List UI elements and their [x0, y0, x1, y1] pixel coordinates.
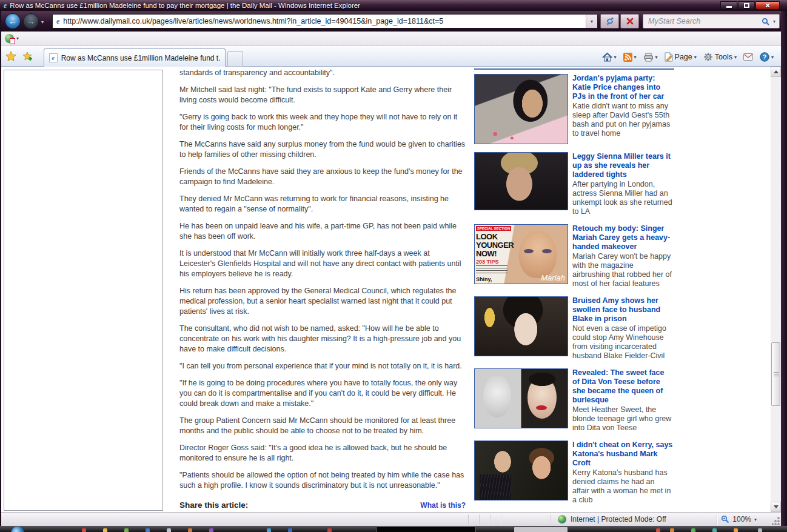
story-thumbnail-mariah-carey[interactable]: SPECIAL SECTION LOOK YOUNGER NOW! 203 TI… — [474, 224, 568, 284]
taskbar-icon[interactable] — [146, 528, 150, 532]
internet-zone-icon — [558, 515, 566, 524]
taskbar-icon[interactable] — [103, 528, 107, 532]
story-blurb: After partying in London, actress Sienna… — [572, 180, 673, 216]
url-input[interactable] — [63, 17, 586, 25]
feeds-dropdown-icon[interactable]: ▾ — [634, 55, 637, 60]
story-headline[interactable]: I didn't cheat on Kerry, says Katona's h… — [572, 441, 673, 468]
svg-text:?: ? — [763, 53, 767, 61]
what-is-this-link[interactable]: What is this? — [420, 501, 466, 510]
tray-icon[interactable] — [670, 528, 674, 532]
scroll-up-button[interactable] — [771, 67, 781, 77]
help-button[interactable]: ? ▾ — [757, 51, 776, 63]
address-dropdown-icon[interactable]: ▾ — [586, 15, 597, 28]
taskbar-icon[interactable] — [167, 528, 171, 532]
sidebar-story: Leggy Sienna Miller tears it up as she r… — [474, 152, 674, 216]
back-button[interactable]: ← — [5, 13, 21, 29]
sidebar-story: I didn't cheat on Kerry, says Katona's h… — [474, 441, 674, 505]
tools-menu-button[interactable]: Tools ▾ — [701, 51, 739, 63]
address-bar[interactable]: e ▾ — [52, 14, 598, 28]
status-separator — [468, 514, 469, 525]
article-paragraph: Mr Mitchell said last night: "The fund e… — [179, 85, 466, 105]
home-dropdown-icon[interactable]: ▾ — [614, 55, 617, 60]
window-frame-right — [781, 11, 787, 526]
home-button[interactable]: ▾ — [600, 52, 619, 63]
search-icon[interactable] — [759, 18, 772, 25]
story-headline[interactable]: Leggy Sienna Miller tears it up as she r… — [572, 152, 673, 179]
story-headline[interactable]: Jordan's pyjama party: Katie Price chang… — [572, 74, 673, 101]
print-dropdown-icon[interactable]: ▾ — [655, 55, 658, 60]
scrollbar-thumb[interactable] — [771, 342, 780, 406]
favorites-button[interactable] — [4, 50, 18, 63]
status-separator — [550, 514, 551, 525]
add-favorite-button[interactable] — [21, 50, 35, 63]
taskbar-icon[interactable] — [209, 528, 213, 532]
story-headline[interactable]: Revealed: The sweet face of Dita Von Tee… — [572, 368, 673, 405]
scroll-down-button[interactable] — [771, 502, 781, 512]
story-thumbnail-katie-price[interactable] — [474, 74, 568, 144]
zoom-level: 100% — [732, 515, 751, 524]
tray-icon[interactable] — [758, 528, 762, 532]
search-dropdown-icon[interactable]: ▾ — [772, 19, 779, 24]
tray-icon[interactable] — [734, 528, 738, 532]
taskbar-icon[interactable] — [327, 528, 332, 532]
article-paragraph: The group Patient Concern said Mr McCann… — [179, 416, 466, 436]
taskbar-icon[interactable] — [82, 528, 86, 532]
article-paragraph: "Patients should be allowed the option o… — [179, 470, 466, 491]
magazine-title-line: YOUNGER — [476, 241, 514, 249]
tray-icon[interactable] — [656, 528, 660, 532]
resize-grip[interactable] — [772, 517, 780, 525]
zoom-dropdown-icon[interactable]: ▾ — [754, 517, 757, 522]
minimize-button[interactable] — [720, 1, 737, 10]
addon-globe-icon[interactable] — [5, 34, 14, 43]
taskbar-window-button[interactable] — [376, 527, 476, 532]
history-dropdown-icon[interactable]: ▾ — [41, 19, 44, 25]
sidebar-story: SPECIAL SECTION LOOK YOUNGER NOW! 203 TI… — [474, 224, 674, 288]
sidebar-story: Jordan's pyjama party: Katie Price chang… — [474, 74, 674, 144]
empty-ad-frame — [4, 70, 163, 511]
story-headline[interactable]: Bruised Amy shows her swollen face to hu… — [572, 296, 673, 324]
taskbar-icon[interactable] — [267, 528, 271, 532]
share-heading: Share this article: — [179, 500, 248, 510]
search-box[interactable]: ▾ — [643, 14, 780, 28]
sidebar-story: Bruised Amy shows her swollen face to hu… — [474, 296, 674, 361]
status-separator — [717, 514, 717, 525]
new-tab-button[interactable] — [227, 51, 243, 67]
magazine-shiny: Shiny, — [476, 276, 492, 282]
story-blurb: Not even a case of impetigo could stop A… — [572, 324, 673, 361]
taskbar-icon[interactable] — [124, 528, 129, 532]
tab-mccann-article[interactable]: e Row as McCanns use £1million Madeleine… — [44, 48, 226, 67]
rss-icon — [623, 53, 632, 62]
ie-logo-icon: e — [4, 1, 7, 10]
tray-icon[interactable] — [691, 528, 695, 532]
story-thumbnail-sienna-miller[interactable] — [474, 152, 568, 210]
sidebar-femail-stories: Jordan's pyjama party: Katie Price chang… — [474, 67, 674, 512]
story-thumbnail-amy-winehouse[interactable] — [474, 296, 568, 356]
maximize-button[interactable] — [738, 1, 755, 10]
tools-dropdown-icon[interactable]: ▾ — [734, 55, 737, 60]
forward-button[interactable]: → — [23, 13, 39, 29]
article-paragraph: The McCanns have said any surplus money … — [179, 139, 466, 160]
taskbar-icon[interactable] — [188, 528, 192, 532]
taskbar-icon[interactable] — [288, 528, 292, 532]
zoom-control[interactable]: 100% ▾ — [721, 515, 757, 524]
search-input[interactable] — [643, 17, 759, 25]
help-dropdown-icon[interactable]: ▾ — [771, 55, 774, 60]
taskbar-window-button[interactable] — [514, 527, 568, 532]
refresh-button[interactable] — [600, 14, 619, 28]
start-button[interactable] — [11, 527, 24, 532]
email-button[interactable] — [741, 52, 755, 62]
close-button[interactable]: ✕ — [755, 1, 780, 10]
story-thumbnail-mark-croft[interactable] — [474, 441, 568, 500]
page-viewport: standards of transparency and accountabi… — [1, 67, 781, 512]
print-button[interactable]: ▾ — [641, 52, 660, 63]
page-dropdown-icon[interactable]: ▾ — [694, 55, 697, 60]
story-blurb: Katie didn't want to miss any sleep afte… — [572, 102, 673, 138]
tray-icon[interactable] — [712, 528, 717, 532]
page-menu-button[interactable]: Page ▾ — [662, 51, 699, 63]
story-thumbnail-dita-von-teese[interactable] — [474, 368, 568, 428]
addon-dropdown-icon[interactable]: ▾ — [16, 36, 19, 41]
stop-button[interactable] — [620, 14, 639, 28]
story-headline[interactable]: Retouch my body: Singer Mariah Carey get… — [572, 224, 673, 251]
feeds-button[interactable]: ▾ — [621, 52, 639, 63]
vertical-scrollbar[interactable] — [771, 67, 781, 512]
